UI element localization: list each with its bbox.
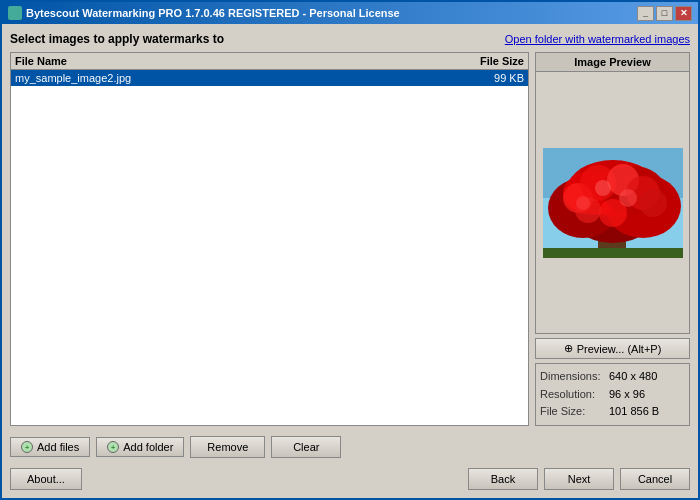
preview-icon: ⊕ xyxy=(564,342,573,355)
svg-rect-21 xyxy=(543,248,683,258)
file-list-body[interactable]: my_sample_image2.jpg 99 KB xyxy=(11,70,528,425)
dimensions-row: Dimensions: 640 x 480 xyxy=(540,368,685,386)
col-filesize-header: File Size xyxy=(454,55,524,67)
resolution-row: Resolution: 96 x 96 xyxy=(540,386,685,404)
header-row: Select images to apply watermarks to Ope… xyxy=(10,32,690,46)
back-button[interactable]: Back xyxy=(468,468,538,490)
add-folder-label: Add folder xyxy=(123,441,173,453)
svg-point-17 xyxy=(639,189,667,217)
app-icon xyxy=(8,6,22,20)
table-row[interactable]: my_sample_image2.jpg 99 KB xyxy=(11,70,528,86)
main-row: File Name File Size my_sample_image2.jpg… xyxy=(10,52,690,426)
add-folder-button[interactable]: + Add folder xyxy=(96,437,184,457)
resolution-val: 96 x 96 xyxy=(609,386,645,404)
file-list-header: File Name File Size xyxy=(11,53,528,70)
col-filename-header: File Name xyxy=(15,55,454,67)
remove-button[interactable]: Remove xyxy=(190,436,265,458)
resolution-key: Resolution: xyxy=(540,386,605,404)
instruction-label: Select images to apply watermarks to xyxy=(10,32,224,46)
footer-row: About... Back Next Cancel xyxy=(10,464,690,490)
minimize-button[interactable]: _ xyxy=(637,6,654,21)
content-area: Select images to apply watermarks to Ope… xyxy=(2,24,698,498)
filesize-row: File Size: 101 856 B xyxy=(540,403,685,421)
preview-box: Image Preview xyxy=(535,52,690,334)
about-button[interactable]: About... xyxy=(10,468,82,490)
preview-button[interactable]: ⊕ Preview... (Alt+P) xyxy=(535,338,690,359)
bottom-buttons: + Add files + Add folder Remove Clear xyxy=(10,432,690,458)
file-name: my_sample_image2.jpg xyxy=(15,72,454,84)
preview-label: Image Preview xyxy=(536,53,689,72)
add-files-label: Add files xyxy=(37,441,79,453)
preview-panel: Image Preview xyxy=(535,52,690,426)
restore-button[interactable]: □ xyxy=(656,6,673,21)
dimensions-key: Dimensions: xyxy=(540,368,605,386)
cancel-button[interactable]: Cancel xyxy=(620,468,690,490)
add-folder-icon: + xyxy=(107,441,119,453)
filesize-val: 101 856 B xyxy=(609,403,659,421)
preview-button-label: Preview... (Alt+P) xyxy=(577,343,662,355)
svg-point-18 xyxy=(595,180,611,196)
add-files-button[interactable]: + Add files xyxy=(10,437,90,457)
preview-image xyxy=(543,148,683,258)
svg-point-19 xyxy=(619,189,637,207)
svg-rect-0 xyxy=(10,8,20,18)
window-title: Bytescout Watermarking PRO 1.7.0.46 REGI… xyxy=(26,7,400,19)
add-files-icon: + xyxy=(21,441,33,453)
file-size: 99 KB xyxy=(454,72,524,84)
info-box: Dimensions: 640 x 480 Resolution: 96 x 9… xyxy=(535,363,690,426)
open-folder-link[interactable]: Open folder with watermarked images xyxy=(505,33,690,45)
dimensions-val: 640 x 480 xyxy=(609,368,657,386)
svg-point-20 xyxy=(576,196,590,210)
filesize-key: File Size: xyxy=(540,403,605,421)
next-button[interactable]: Next xyxy=(544,468,614,490)
footer-right: Back Next Cancel xyxy=(468,468,690,490)
footer-left: About... xyxy=(10,468,82,490)
file-panel: File Name File Size my_sample_image2.jpg… xyxy=(10,52,529,426)
close-button[interactable]: ✕ xyxy=(675,6,692,21)
preview-image-container xyxy=(536,72,689,333)
window-controls: _ □ ✕ xyxy=(637,6,692,21)
clear-button[interactable]: Clear xyxy=(271,436,341,458)
title-bar: Bytescout Watermarking PRO 1.7.0.46 REGI… xyxy=(2,2,698,24)
main-window: Bytescout Watermarking PRO 1.7.0.46 REGI… xyxy=(0,0,700,500)
